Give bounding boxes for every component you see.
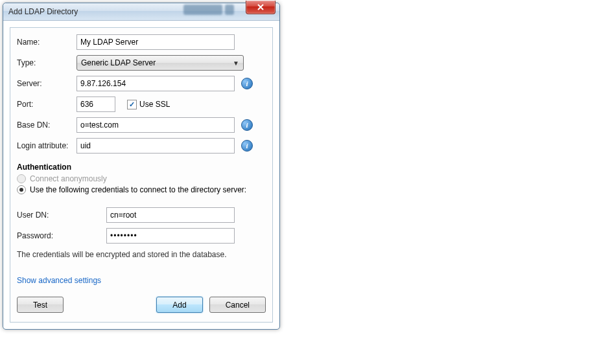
use-ssl-label: Use SSL — [139, 100, 170, 109]
radio-icon — [17, 174, 26, 183]
type-select[interactable]: Generic LDAP Server ▼ — [76, 55, 244, 71]
auth-header: Authentication — [17, 163, 266, 172]
close-icon — [257, 4, 264, 10]
connect-anon-radio-row[interactable]: Connect anonymously — [17, 174, 266, 183]
titlebar[interactable]: Add LDAP Directory — [3, 3, 279, 21]
window-title: Add LDAP Directory — [8, 7, 78, 16]
show-advanced-link[interactable]: Show advanced settings — [17, 276, 101, 285]
password-label: Password: — [17, 231, 106, 240]
server-label: Server: — [17, 79, 76, 88]
name-label: Name: — [17, 38, 76, 47]
name-input[interactable] — [76, 34, 235, 50]
userdn-input[interactable] — [106, 207, 235, 223]
use-creds-label: Use the following credentials to connect… — [30, 185, 246, 194]
basedn-input[interactable] — [76, 117, 235, 133]
server-info-icon[interactable]: i — [241, 78, 253, 89]
type-label: Type: — [17, 58, 76, 67]
chevron-down-icon: ▼ — [233, 60, 239, 67]
basedn-info-icon[interactable]: i — [241, 119, 253, 131]
userdn-label: User DN: — [17, 210, 106, 220]
dialog-content: Name: Type: Generic LDAP Server ▼ Server… — [3, 21, 279, 329]
loginattr-label: Login attribute: — [17, 141, 76, 150]
port-label: Port: — [17, 100, 76, 109]
loginattr-info-icon[interactable]: i — [241, 140, 253, 152]
credentials-section: User DN: Password: — [17, 207, 266, 244]
port-input[interactable] — [76, 97, 115, 112]
basedn-label: Base DN: — [17, 120, 76, 130]
dialog-window: Add LDAP Directory Name: Type: Generic L… — [3, 3, 280, 330]
server-input[interactable] — [76, 76, 235, 91]
checkbox-icon — [127, 100, 137, 109]
add-button[interactable]: Add — [156, 297, 202, 313]
close-button[interactable] — [246, 1, 276, 14]
credentials-note: The credentials will be encrypted and st… — [17, 250, 266, 259]
button-bar: Test Add Cancel — [17, 297, 266, 313]
type-select-value: Generic LDAP Server — [81, 58, 156, 67]
password-input[interactable] — [106, 228, 235, 244]
use-creds-radio-row[interactable]: Use the following credentials to connect… — [17, 185, 266, 194]
connect-anon-label: Connect anonymously — [30, 174, 107, 183]
use-ssl-checkbox[interactable]: Use SSL — [127, 100, 170, 109]
loginattr-input[interactable] — [76, 138, 235, 154]
cancel-button[interactable]: Cancel — [209, 297, 266, 313]
radio-icon — [17, 185, 26, 194]
test-button[interactable]: Test — [17, 297, 64, 313]
form-panel: Name: Type: Generic LDAP Server ▼ Server… — [10, 27, 273, 323]
titlebar-background-blur — [183, 5, 234, 15]
